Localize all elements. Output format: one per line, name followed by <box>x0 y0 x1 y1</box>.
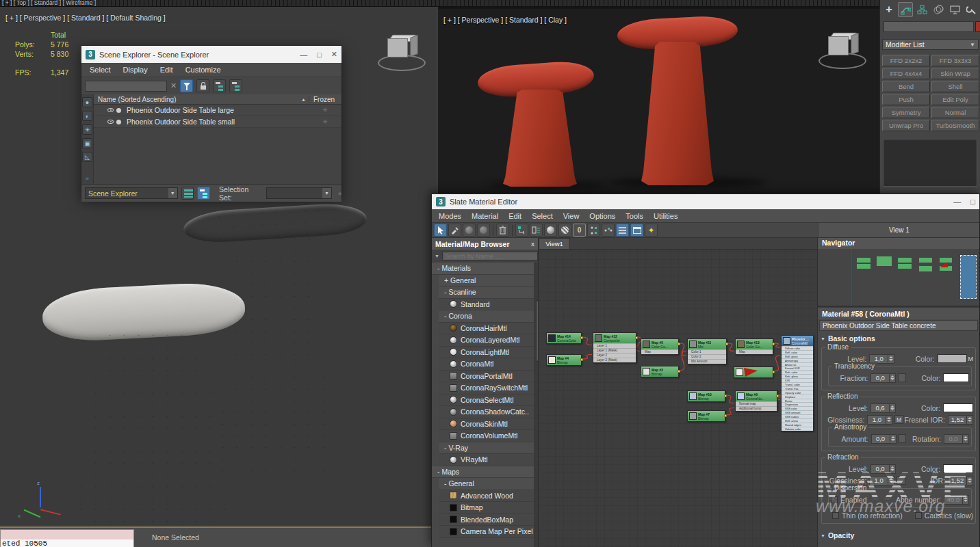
viewcube-side-face[interactable] <box>851 33 859 55</box>
caustics-checkbox[interactable] <box>915 512 922 519</box>
refraction-glossiness-spinner[interactable]: 1,0 <box>869 476 894 485</box>
slate-menu-edit[interactable]: Edit <box>508 212 521 220</box>
node-input-slot[interactable]: Map <box>736 349 773 354</box>
browser-item-standard[interactable]: Standard <box>439 299 534 311</box>
modifier-button-shell[interactable]: Shell <box>931 81 979 92</box>
modifier-button-ffd-4x4x4[interactable]: FFD 4x4x4 <box>882 68 930 79</box>
material-parameters-header[interactable]: Material #58 ( CoronaMtl ) <box>818 307 979 319</box>
eye-icon[interactable] <box>107 120 114 124</box>
column-name[interactable]: Name (Sorted Ascending) <box>98 96 177 103</box>
refraction-level-spinner[interactable]: 0,0 <box>871 464 896 474</box>
anisotropy-amount-spinner[interactable]: 0,0 <box>871 434 897 444</box>
tab-display[interactable] <box>947 2 962 17</box>
table-row[interactable]: Phoenix Outdoor Side Table large✳ <box>94 105 341 116</box>
explorer-type-combo[interactable]: Scene Explorer ▼ <box>85 187 178 199</box>
anisotropy-rotation-spinner[interactable]: 0,0 <box>944 434 969 444</box>
show-shaded-preview-button[interactable] <box>544 224 557 237</box>
modifier-button-symmetry[interactable]: Symmetry <box>882 107 930 118</box>
browser-group-general[interactable]: - General <box>439 478 534 490</box>
thin-refraction-checkbox[interactable] <box>832 512 839 519</box>
output-socket[interactable] <box>635 336 638 339</box>
object-color-swatch[interactable] <box>975 21 980 32</box>
scene-explorer-title-bar[interactable]: 3 Scene Explorer - Scene Explorer — □ ✕ <box>81 46 341 63</box>
refraction-ior-spinner[interactable]: 1,52 <box>948 476 973 485</box>
slate-menu-material[interactable]: Material <box>472 212 498 220</box>
slate-title-bar[interactable]: 3 Slate Material Editor — □ <box>432 194 979 209</box>
browser-item-camera-map-per-pixel[interactable]: Camera Map Per Pixel <box>439 526 534 538</box>
browser-item-coronashadowcatc[interactable]: CoronaShadowCatc.. <box>439 406 534 418</box>
maxscript-listener-line[interactable]: eted 10505 <box>1 539 133 547</box>
graph-node-n4[interactable]: Map #4Bitmap <box>546 354 582 366</box>
graph-node-n7[interactable]: Map #7Bitmap <box>687 410 725 422</box>
browser-item-coronamtl[interactable]: CoronaMtl <box>439 358 534 371</box>
graph-node-n11[interactable]: Map #11MixColor 1Color 2Mix Amount <box>687 338 727 364</box>
hierarchy-view-button[interactable] <box>197 187 210 200</box>
reflection-color-swatch[interactable] <box>943 403 973 412</box>
output-socket[interactable] <box>678 343 680 345</box>
viewport-perspective-clay[interactable]: [ + ] [ Perspective ] [ Standard ] [ Cla… <box>438 7 879 194</box>
node-input-slot[interactable]: Volume color <box>782 427 813 431</box>
show-background-button[interactable] <box>558 224 571 237</box>
show-parameter-editor-button[interactable] <box>630 224 643 237</box>
output-socket[interactable] <box>725 343 728 345</box>
node-input-slot[interactable]: Layer 2 (Mask) <box>593 358 636 362</box>
graph-node-n13[interactable]: Map #13Color Co...Map <box>735 338 773 355</box>
browser-group-corona[interactable]: - Corona <box>439 310 534 323</box>
table-row[interactable]: Phoenix Outdoor Side Table small✳ <box>94 116 341 128</box>
browser-item-coronaportalmtl[interactable]: CoronaPortalMtl <box>439 371 534 383</box>
column-frozen[interactable]: Frozen <box>309 96 341 103</box>
graph-node-mtl[interactable]: Phoenix ...CoronaMtlDiffuse colorRefl. c… <box>781 335 814 431</box>
maxscript-mini-listener[interactable]: eted 10505 <box>0 529 134 547</box>
modifier-button-ffd-2x2x2[interactable]: FFD 2x2x2 <box>882 55 930 66</box>
minimize-button[interactable]: — <box>953 198 961 206</box>
refraction-gloss-map-button[interactable] <box>897 476 905 485</box>
hide-unused-slots-button[interactable] <box>530 224 543 237</box>
node-input-slot[interactable]: Mix Amount <box>688 359 726 364</box>
tab-view1[interactable]: View1 <box>539 238 570 249</box>
scene-explorer-menu-select[interactable]: Select <box>90 66 111 74</box>
output-socket[interactable] <box>772 343 775 345</box>
rollout-opacity[interactable]: ▼ Opacity <box>821 530 977 541</box>
put-to-scene-button[interactable] <box>463 224 476 237</box>
browser-item-coronaskinmtl[interactable]: CoronaSkinMtl <box>439 418 534 431</box>
tab-utilities[interactable] <box>964 2 979 17</box>
scene-explorer-menu-display[interactable]: Display <box>123 66 148 74</box>
close-icon[interactable]: x <box>531 241 534 248</box>
browser-group-v-ray[interactable]: - V-Ray <box>439 442 534 455</box>
right-view-tab[interactable]: View 1 <box>819 223 979 238</box>
node-input-slot[interactable]: Color 1 <box>688 349 726 354</box>
browser-item-coronaselectmtl[interactable]: CoronaSelectMtl <box>439 395 534 407</box>
browser-header[interactable]: Material/Map Browser x <box>432 238 538 250</box>
tab-create[interactable]: + <box>881 2 897 17</box>
node-input-slot[interactable]: Map <box>641 349 678 354</box>
maximize-button[interactable]: □ <box>317 51 322 59</box>
reflection-level-spinner[interactable]: 0,6 <box>871 403 896 413</box>
modifier-button-ffd-3x3x3[interactable]: FFD 3x3x3 <box>931 55 979 66</box>
dispersion-enabled-checkbox[interactable] <box>831 496 838 503</box>
slate-menu-select[interactable]: Select <box>532 212 553 220</box>
select-tool-button[interactable] <box>434 224 447 237</box>
graph-node-n9[interactable]: Map #9CoronaNo...Normal mapAdditional bu… <box>735 390 777 412</box>
glossiness-map-button[interactable]: M <box>894 415 903 424</box>
expand-hierarchy-button[interactable] <box>213 79 226 92</box>
graph-node-n14[interactable]: Map #14CoronaColor <box>546 332 582 344</box>
graph-node-n8[interactable] <box>734 366 773 378</box>
node-input-slot[interactable]: Layer 1 <box>593 343 636 348</box>
graph-node-n5[interactable]: Map #5Color Co...Map <box>641 338 679 355</box>
anisotropy-map-button[interactable] <box>899 434 906 443</box>
display-lights-icon[interactable]: ☀ <box>82 124 92 135</box>
browser-group-general[interactable]: + General <box>439 275 534 287</box>
tab-motion[interactable] <box>931 2 946 17</box>
viewcube[interactable] <box>378 30 427 72</box>
delete-selected-button[interactable] <box>496 224 509 237</box>
modifier-button-turbosmooth[interactable]: TurboSmooth <box>931 120 979 131</box>
display-all-icon[interactable]: ● <box>82 97 92 107</box>
browser-item-coronalightmtl[interactable]: CoronaLightMtl <box>439 347 534 359</box>
material-name-field[interactable]: Phoenix Outdoor Side Table concrete <box>819 320 978 331</box>
browser-item-coronahairmtl[interactable]: CoronaHairMtl <box>439 323 534 335</box>
refraction-color-swatch[interactable] <box>943 464 973 473</box>
modifier-list-dropdown[interactable]: Modifier List ▼ <box>882 39 979 50</box>
node-input-slot[interactable]: Layer 2 <box>593 353 636 358</box>
object-name-field[interactable] <box>884 21 974 32</box>
modifier-button-push[interactable]: Push <box>882 94 930 105</box>
